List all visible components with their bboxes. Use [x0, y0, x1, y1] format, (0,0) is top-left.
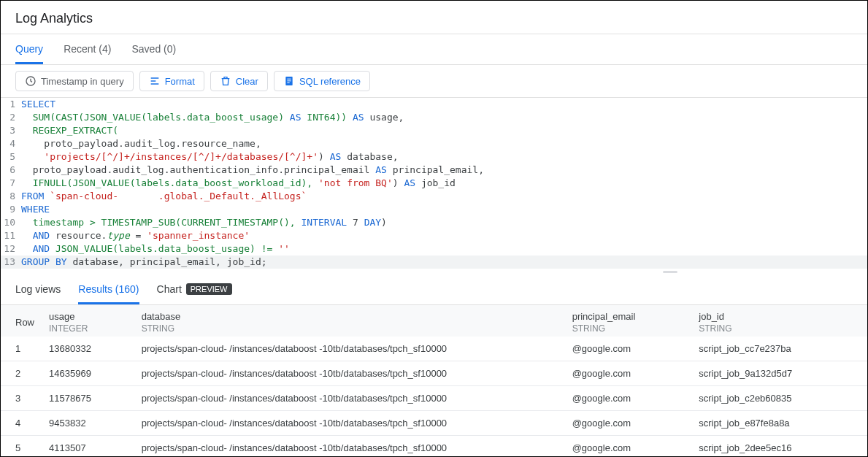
- clear-button[interactable]: Clear: [210, 71, 268, 91]
- document-icon: [283, 75, 295, 87]
- format-icon: [149, 75, 161, 87]
- toolbar: Timestamp in query Format Clear SQL refe…: [1, 65, 867, 98]
- page-title: Log Analytics: [15, 11, 853, 26]
- tab-log-views[interactable]: Log views: [15, 274, 61, 304]
- svg-rect-2: [287, 79, 291, 80]
- tab-recent[interactable]: Recent (4): [64, 34, 111, 64]
- table-row[interactable]: 311578675projects/span-cloud- /instances…: [1, 386, 867, 411]
- tab-query[interactable]: Query: [15, 34, 43, 64]
- clock-icon: [25, 75, 37, 87]
- tab-results[interactable]: Results (160): [78, 274, 139, 304]
- svg-rect-3: [287, 80, 291, 81]
- sql-editor[interactable]: 1SELECT 2 SUM(CAST(JSON_VALUE(labels.dat…: [1, 98, 867, 269]
- resize-handle[interactable]: [1, 269, 867, 274]
- results-table: Row usageINTEGER databaseSTRING principa…: [1, 305, 867, 457]
- tab-saved[interactable]: Saved (0): [131, 34, 176, 64]
- top-tabs: Query Recent (4) Saved (0): [1, 34, 867, 65]
- format-button[interactable]: Format: [139, 71, 204, 91]
- sql-reference-button[interactable]: SQL reference: [274, 71, 370, 91]
- preview-badge: PREVIEW: [186, 283, 232, 295]
- trash-icon: [220, 75, 231, 87]
- svg-rect-4: [287, 82, 289, 83]
- page-header: Log Analytics: [1, 1, 867, 34]
- tab-chart[interactable]: Chart PREVIEW: [157, 274, 232, 304]
- table-row[interactable]: 113680332projects/span-cloud- /instances…: [1, 337, 867, 361]
- col-database: databaseSTRING: [134, 305, 565, 337]
- col-job: job_idSTRING: [691, 305, 867, 337]
- timestamp-button[interactable]: Timestamp in query: [15, 71, 134, 91]
- table-row[interactable]: 54113507projects/span-cloud- /instances/…: [1, 436, 867, 458]
- table-row[interactable]: 214635969projects/span-cloud- /instances…: [1, 361, 867, 386]
- table-row[interactable]: 49453832projects/span-cloud- /instances/…: [1, 411, 867, 436]
- col-usage: usageINTEGER: [42, 305, 134, 337]
- results-tabs: Log views Results (160) Chart PREVIEW: [1, 274, 867, 305]
- col-row: Row: [1, 305, 42, 337]
- col-principal: principal_emailSTRING: [565, 305, 692, 337]
